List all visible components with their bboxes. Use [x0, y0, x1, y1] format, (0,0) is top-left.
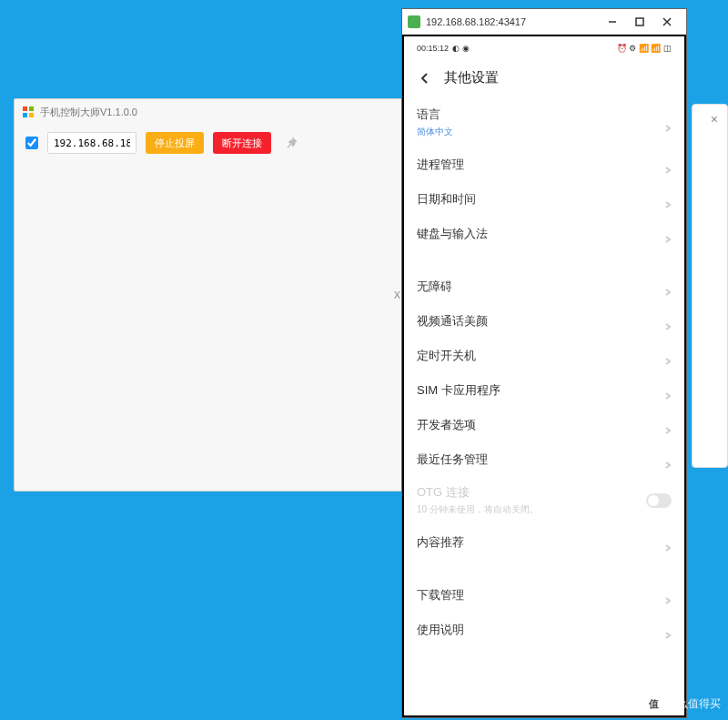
back-button[interactable] [417, 70, 433, 86]
toggle-switch [646, 493, 672, 508]
watermark-icon: 值 [644, 695, 662, 713]
setting-label: 无障碍 [417, 279, 452, 295]
chevron-right-icon [664, 318, 672, 325]
setting-item[interactable]: 视频通话美颜 [417, 304, 672, 339]
setting-label: 语言 [417, 106, 453, 123]
chevron-right-icon [664, 387, 672, 394]
phone-titlebar[interactable]: 192.168.68.182:43417 [402, 9, 686, 35]
maximize-button[interactable] [626, 13, 653, 31]
setting-item[interactable]: 无障碍 [417, 269, 672, 304]
setting-label: 下载管理 [417, 587, 464, 603]
setting-label: 开发者选项 [417, 417, 476, 433]
scrcpy-icon [408, 15, 420, 28]
chevron-right-icon [664, 352, 672, 360]
phone-screen[interactable]: 00:15:12 ◐ ◉ ⏰ ⚙ 📶 📶 ◫ 其他设置 语言简体中文进程管理日期… [404, 36, 684, 715]
pin-icon[interactable] [284, 136, 298, 150]
chevron-right-icon [664, 539, 672, 546]
setting-item[interactable]: 下载管理 [417, 578, 672, 613]
chevron-right-icon [664, 230, 672, 238]
setting-label: OTG 连接 [417, 484, 539, 501]
svg-rect-3 [29, 113, 34, 117]
status-left-icons: ◐ ◉ [452, 44, 470, 53]
chevron-right-icon [664, 626, 672, 634]
setting-item[interactable]: 键盘与输入法 [417, 217, 672, 251]
setting-label: 定时开关机 [417, 348, 476, 364]
stop-mirror-button[interactable]: 停止投屏 [146, 132, 204, 154]
setting-sublabel: 10 分钟未使用，将自动关闭。 [417, 503, 539, 516]
setting-item: OTG 连接10 分钟未使用，将自动关闭。 [417, 477, 672, 525]
watermark-text: 什么值得买 [666, 696, 721, 712]
setting-item[interactable]: 最近任务管理 [417, 442, 672, 477]
setting-label: 使用说明 [417, 622, 464, 638]
chevron-right-icon [664, 119, 672, 127]
app-icon [22, 106, 35, 118]
background-window: × [692, 104, 728, 468]
phone-window-title: 192.168.68.182:43417 [426, 16, 599, 27]
control-window: 手机控制大师V1.1.0.0 停止投屏 断开连接 X [14, 98, 405, 492]
status-right-icons: ⏰ ⚙ 📶 📶 ◫ [617, 44, 672, 53]
status-left: 00:15:12 ◐ ◉ [417, 44, 470, 53]
setting-item[interactable]: 进程管理 [417, 147, 672, 182]
ip-input[interactable] [47, 132, 136, 154]
control-title: 手机控制大师V1.1.0.0 [40, 106, 137, 119]
setting-item[interactable]: 日期和时间 [417, 182, 672, 217]
svg-rect-2 [23, 113, 27, 117]
status-time: 00:15:12 [417, 44, 449, 53]
chevron-right-icon [664, 421, 672, 429]
setting-item[interactable]: 内容推荐 [417, 525, 672, 560]
device-checkbox[interactable] [25, 137, 38, 149]
setting-item[interactable]: 定时开关机 [417, 339, 672, 373]
chevron-right-icon [664, 283, 672, 290]
setting-label: SIM 卡应用程序 [417, 382, 500, 399]
setting-sublabel: 简体中文 [417, 126, 453, 138]
setting-label: 内容推荐 [417, 534, 464, 551]
svg-rect-5 [636, 18, 643, 25]
setting-item[interactable]: 使用说明 [417, 613, 672, 647]
svg-rect-0 [23, 106, 27, 111]
chevron-right-icon [664, 456, 672, 463]
close-button[interactable] [653, 13, 681, 31]
phone-page-header: 其他设置 [404, 60, 684, 99]
setting-item[interactable]: 开发者选项 [417, 408, 672, 442]
phone-body: 00:15:12 ◐ ◉ ⏰ ⚙ 📶 📶 ◫ 其他设置 语言简体中文进程管理日期… [402, 35, 686, 717]
phone-mirror-window: 192.168.68.182:43417 00:15:12 ◐ ◉ ⏰ ⚙ 📶 … [401, 8, 687, 718]
chevron-right-icon [664, 161, 672, 168]
disconnect-button[interactable]: 断开连接 [213, 132, 271, 154]
setting-label: 键盘与输入法 [417, 226, 488, 242]
setting-item[interactable]: 语言简体中文 [417, 99, 672, 147]
page-title: 其他设置 [444, 69, 499, 86]
setting-label: 视频通话美颜 [417, 313, 488, 330]
setting-label: 日期和时间 [417, 191, 476, 208]
chevron-right-icon [664, 592, 672, 599]
watermark: 值 什么值得买 [644, 695, 721, 713]
side-x-label: X [394, 289, 400, 300]
svg-rect-1 [29, 106, 34, 111]
chevron-right-icon [664, 196, 672, 203]
minimize-button[interactable] [599, 13, 626, 31]
control-titlebar[interactable]: 手机控制大师V1.1.0.0 [15, 99, 404, 125]
control-toolbar: 停止投屏 断开连接 [15, 125, 404, 161]
setting-label: 进程管理 [417, 157, 464, 173]
setting-item[interactable]: SIM 卡应用程序 [417, 373, 672, 408]
bg-close-button[interactable]: × [711, 112, 718, 127]
settings-list: 语言简体中文进程管理日期和时间键盘与输入法 无障碍视频通话美颜定时开关机SIM … [404, 99, 684, 647]
setting-label: 最近任务管理 [417, 451, 488, 468]
phone-status-bar: 00:15:12 ◐ ◉ ⏰ ⚙ 📶 📶 ◫ [404, 36, 684, 60]
